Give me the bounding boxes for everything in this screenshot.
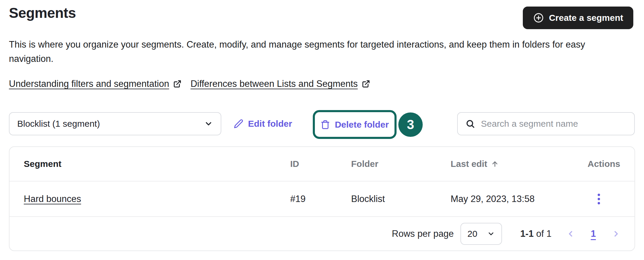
column-header-segment: Segment bbox=[24, 159, 290, 169]
link-understanding-filters[interactable]: Understanding filters and segmentation bbox=[9, 79, 181, 89]
column-header-last-edit[interactable]: Last edit bbox=[451, 159, 587, 169]
segment-search bbox=[457, 112, 635, 135]
edit-folder-label: Edit folder bbox=[248, 119, 292, 129]
table-footer: Rows per page 20 1-1 of 1 1 bbox=[10, 217, 634, 250]
kebab-dot bbox=[598, 202, 600, 204]
segment-id-cell: #19 bbox=[290, 194, 351, 204]
range-current: 1-1 bbox=[520, 228, 534, 239]
trash-icon bbox=[321, 120, 330, 129]
table-header-row: Segment ID Folder Last edit Actions bbox=[10, 147, 634, 181]
external-link-icon bbox=[173, 80, 181, 88]
link-label: Understanding filters and segmentation bbox=[9, 79, 169, 89]
create-segment-button[interactable]: Create a segment bbox=[523, 7, 633, 29]
external-link-icon bbox=[362, 80, 370, 88]
kebab-dot bbox=[598, 198, 600, 200]
row-actions-button[interactable] bbox=[596, 192, 602, 206]
rows-per-page-select[interactable]: 20 bbox=[460, 223, 502, 245]
last-edit-label: Last edit bbox=[451, 159, 487, 169]
page-description: This is where you organize your segments… bbox=[9, 37, 628, 66]
pagination-range: 1-1 of 1 bbox=[520, 228, 552, 239]
pencil-icon bbox=[234, 119, 243, 129]
chevron-right-icon bbox=[611, 229, 620, 238]
kebab-dot bbox=[598, 194, 600, 196]
plus-circle-icon bbox=[533, 12, 544, 24]
segment-folder-cell: Blocklist bbox=[351, 194, 451, 204]
chevron-down-icon bbox=[487, 230, 495, 238]
column-header-actions: Actions bbox=[587, 159, 620, 169]
prev-page-button[interactable] bbox=[566, 229, 575, 238]
link-lists-vs-segments[interactable]: Differences between Lists and Segments bbox=[190, 79, 370, 89]
column-header-folder: Folder bbox=[351, 159, 451, 169]
help-links: Understanding filters and segmentation D… bbox=[9, 79, 370, 89]
annotation-step-badge: 3 bbox=[398, 112, 423, 137]
range-total: of 1 bbox=[533, 228, 551, 239]
delete-folder-button[interactable]: Delete folder bbox=[321, 120, 389, 130]
create-segment-label: Create a segment bbox=[549, 13, 623, 23]
chevron-down-icon bbox=[204, 119, 213, 128]
edit-folder-button[interactable]: Edit folder bbox=[234, 112, 292, 135]
sort-ascending-icon bbox=[491, 160, 499, 168]
delete-folder-label: Delete folder bbox=[335, 120, 389, 130]
segments-page: Segments Create a segment This is where … bbox=[0, 0, 644, 260]
column-header-id: ID bbox=[290, 159, 351, 169]
search-icon bbox=[465, 119, 475, 129]
folder-select-value: Blocklist (1 segment) bbox=[17, 119, 100, 129]
folder-select[interactable]: Blocklist (1 segment) bbox=[9, 112, 221, 135]
table-row: Hard bounces #19 Blocklist May 29, 2023,… bbox=[10, 181, 634, 217]
rows-per-page-label: Rows per page bbox=[392, 228, 454, 239]
segment-last-edit-cell: May 29, 2023, 13:58 bbox=[451, 194, 587, 204]
rows-per-page-value: 20 bbox=[468, 229, 477, 239]
chevron-left-icon bbox=[566, 229, 575, 238]
segments-table: Segment ID Folder Last edit Actions Hard… bbox=[9, 146, 635, 251]
delete-folder-annotation: Delete folder bbox=[313, 110, 397, 139]
search-input[interactable] bbox=[481, 119, 626, 129]
page-title: Segments bbox=[9, 5, 76, 21]
segment-link[interactable]: Hard bounces bbox=[24, 194, 81, 204]
next-page-button[interactable] bbox=[611, 229, 620, 238]
page-1-link[interactable]: 1 bbox=[591, 228, 596, 239]
link-label: Differences between Lists and Segments bbox=[190, 79, 358, 89]
